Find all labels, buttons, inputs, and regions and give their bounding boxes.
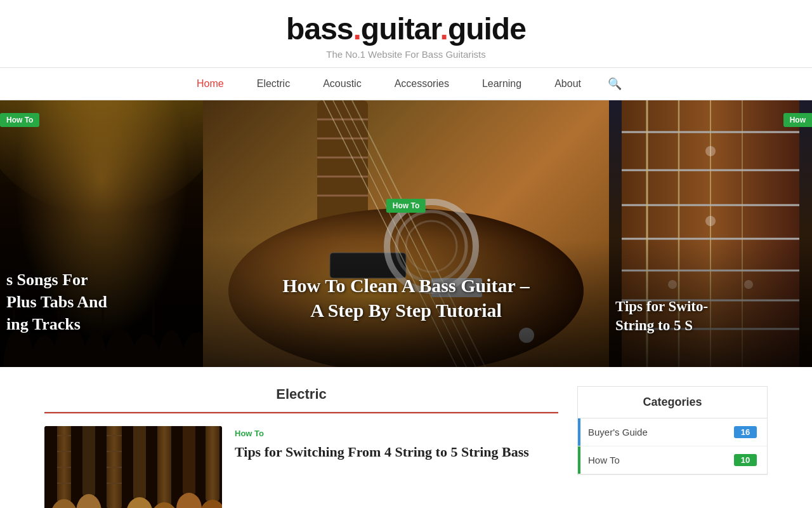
category-count-how-to: 10: [734, 454, 757, 466]
svg-rect-70: [44, 426, 222, 508]
hero-slider: How To s Songs ForPlus Tabs Anding Track…: [0, 100, 812, 367]
article-title[interactable]: Tips for Switching From 4 String to 5 St…: [235, 443, 558, 462]
guitar-rack-illustration: [44, 426, 222, 508]
hero-badge-right: How: [783, 113, 812, 127]
nav-item-electric[interactable]: Electric: [240, 69, 306, 98]
nav-item-about[interactable]: About: [538, 69, 598, 98]
category-label-buyers-guide: Buyer's Guide: [588, 427, 648, 438]
article-category[interactable]: How To: [235, 429, 558, 438]
title-bass: bass: [286, 12, 353, 46]
hero-slide-left[interactable]: How To s Songs ForPlus Tabs Anding Track…: [0, 100, 203, 367]
svg-point-5: [131, 334, 161, 367]
article-card: How To Tips for Switching From 4 String …: [44, 426, 558, 508]
site-tagline: The No.1 Website For Bass Guitarists: [0, 49, 812, 60]
category-label-how-to: How To: [588, 455, 620, 465]
category-row-how-to[interactable]: How To 10: [578, 446, 767, 474]
main-content: Electric: [0, 367, 812, 508]
article-info: How To Tips for Switching From 4 String …: [235, 426, 558, 508]
content-area: Electric: [44, 386, 577, 508]
hero-title-center: How To Clean A Bass Guitar –A Step By St…: [203, 273, 609, 323]
dot2: .: [440, 12, 448, 46]
hero-slide-center[interactable]: How To How To Clean A Bass Guitar –A Ste…: [203, 100, 609, 367]
svg-point-7: [181, 332, 203, 367]
dot1: .: [353, 12, 361, 46]
hero-title-right: Tips for Swito-String to 5 S: [615, 297, 812, 335]
svg-point-44: [705, 216, 716, 226]
nav-item-home[interactable]: Home: [180, 69, 240, 98]
article-thumb: [44, 426, 222, 508]
title-guide: guide: [448, 12, 526, 46]
electric-section: Electric: [44, 386, 558, 508]
category-row-buyers-guide[interactable]: Buyer's Guide 16: [578, 418, 767, 446]
search-icon[interactable]: 🔍: [598, 68, 632, 100]
nav-item-acoustic[interactable]: Acoustic: [306, 69, 377, 98]
nav-item-learning[interactable]: Learning: [466, 69, 538, 98]
hero-badge-center: How To: [386, 199, 426, 213]
svg-point-43: [705, 146, 716, 156]
nav-item-accessories[interactable]: Accessories: [378, 69, 466, 98]
categories-title: Categories: [578, 387, 767, 418]
site-header: bass.guitar.guide The No.1 Website For B…: [0, 0, 812, 67]
hero-badge-left: How To: [0, 113, 39, 127]
sidebar: Categories Buyer's Guide 16 How To 10: [577, 386, 768, 508]
category-count-buyers-guide: 16: [734, 426, 757, 438]
hero-title-left: s Songs ForPlus Tabs Anding Tracks: [0, 269, 203, 335]
main-nav: Home Electric Acoustic Accessories Learn…: [0, 67, 812, 100]
hero-slide-right[interactable]: How Tips for Swito-String to 5 S: [609, 100, 812, 367]
title-guitar: guitar: [361, 12, 440, 46]
svg-point-3: [82, 332, 108, 367]
categories-widget: Categories Buyer's Guide 16 How To 10: [577, 386, 768, 475]
electric-section-heading: Electric: [44, 386, 558, 413]
site-logo[interactable]: bass.guitar.guide: [0, 11, 812, 46]
